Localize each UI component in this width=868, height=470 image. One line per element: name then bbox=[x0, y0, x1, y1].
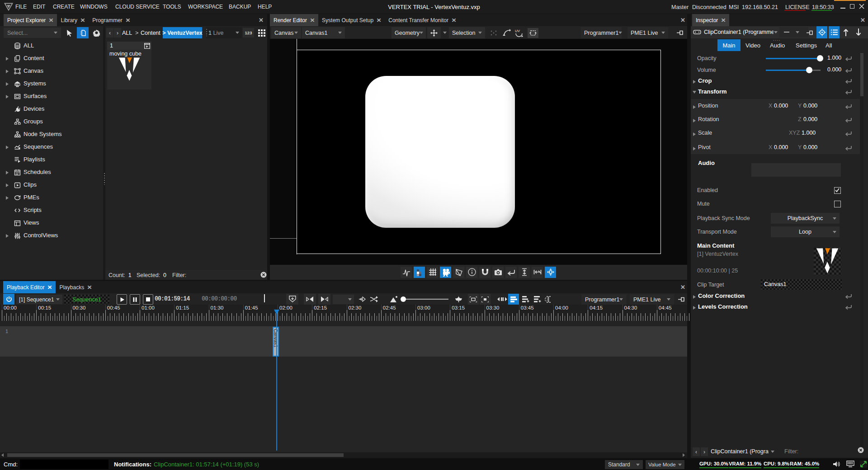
svg-text:UV: UV bbox=[515, 29, 520, 33]
